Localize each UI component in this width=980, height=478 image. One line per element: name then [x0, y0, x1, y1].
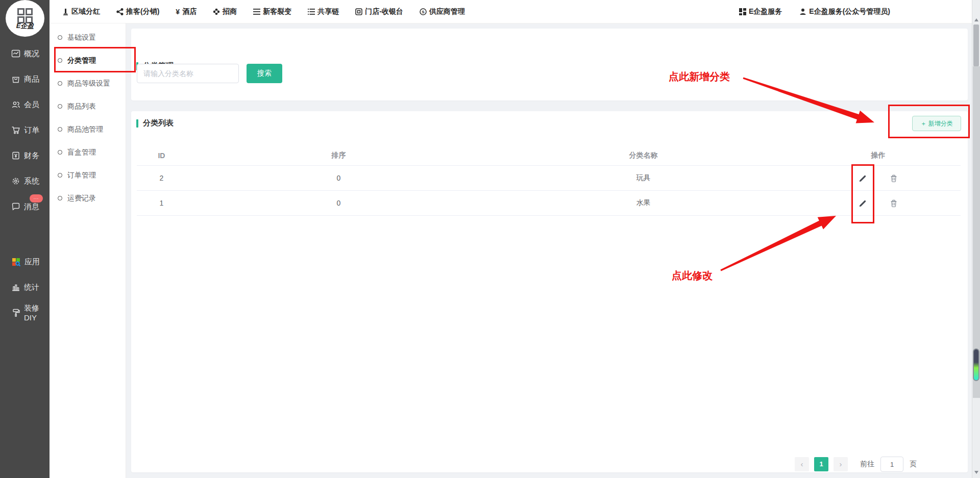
sidebar-item-stats[interactable]: 统计	[0, 274, 50, 300]
current-page-button[interactable]: 1	[814, 457, 828, 471]
topnav-label: 招商	[223, 7, 237, 16]
sidebar-item-label: 商品	[24, 74, 39, 84]
next-page-button[interactable]: ›	[834, 457, 848, 471]
topnav-item-investment[interactable]: 招商	[213, 7, 237, 16]
service-menu[interactable]: E企盈服务	[739, 7, 782, 16]
submenu-item-blind-box[interactable]: 盲盒管理	[50, 141, 126, 164]
submenu-label: 订单管理	[67, 171, 96, 180]
submenu-item-order-management[interactable]: 订单管理	[50, 164, 126, 187]
submenu-item-basic-settings[interactable]: 基础设置	[50, 26, 126, 49]
sidebar-item-label: 订单	[24, 125, 39, 135]
circle-bullet-icon	[58, 81, 62, 86]
top-navbar: 区域分红 推客(分销) ¥ 酒店 招商 新客裂变 共享链 门店-收银台 S 供应…	[50, 0, 972, 23]
cell-sort: 0	[186, 174, 491, 182]
search-button[interactable]: 搜索	[247, 64, 282, 83]
prev-page-button[interactable]: ‹	[795, 457, 809, 471]
submenu-label: 基础设置	[67, 33, 96, 42]
topnav-item-share-chain[interactable]: 共享链	[308, 7, 339, 16]
panel-title: 分类列表	[143, 118, 174, 128]
submenu-item-freight-records[interactable]: 运费记录	[50, 187, 126, 210]
topnav-item-supplier[interactable]: S 供应商管理	[420, 7, 465, 16]
category-name-input[interactable]	[137, 64, 239, 83]
scrollbar-thumb[interactable]	[973, 24, 979, 66]
sidebar-item-label: 统计	[24, 283, 39, 292]
sidebar-item-apps[interactable]: 应用	[0, 249, 50, 274]
column-header-name: 分类名称	[491, 151, 796, 160]
submenu-item-goods-list[interactable]: 商品列表	[50, 95, 126, 118]
edit-button[interactable]	[857, 173, 868, 184]
sidebar-item-label: 会员	[24, 100, 39, 110]
menu-lines-icon	[253, 9, 260, 15]
store-icon	[355, 8, 362, 15]
goods-icon	[11, 74, 20, 84]
trash-icon	[890, 199, 898, 208]
sidebar-item-label: 应用	[24, 257, 40, 267]
delete-button[interactable]	[889, 198, 899, 209]
title-accent-bar	[136, 119, 138, 128]
cell-name: 水果	[491, 198, 796, 208]
sidebar-item-goods[interactable]: 商品	[0, 66, 50, 92]
account-menu[interactable]: E企盈服务(公众号管理员)	[799, 7, 890, 16]
page-unit-label: 页	[910, 460, 917, 469]
submenu-item-category-management[interactable]: 分类管理	[50, 49, 126, 72]
circle-bullet-icon	[58, 35, 62, 40]
vertical-scrollbar[interactable]	[972, 0, 980, 478]
sidebar-item-system[interactable]: 系统	[0, 168, 50, 194]
column-header-sort: 排序	[186, 151, 491, 160]
pencil-icon	[859, 199, 867, 208]
goods-submenu: 基础设置 分类管理 商品等级设置 商品列表 商品池管理 盲盒管理 订单管理 运费…	[50, 23, 126, 478]
scroll-up-icon[interactable]	[974, 18, 978, 21]
system-icon	[11, 177, 20, 186]
cell-sort: 0	[186, 199, 491, 207]
trash-icon	[890, 174, 898, 183]
message-icon	[11, 202, 20, 211]
delete-button[interactable]	[889, 173, 899, 184]
sidebar-item-orders[interactable]: 订单	[0, 117, 50, 143]
sidebar-item-decorate-diy[interactable]: 装修DIY	[0, 300, 50, 325]
list-icon	[308, 9, 315, 15]
circle-bullet-icon	[58, 127, 62, 132]
topnav-label: 共享链	[317, 7, 339, 16]
decorate-icon	[11, 308, 20, 317]
circle-bullet-icon	[58, 196, 62, 200]
pagination: ‹ 1 › 前往 页	[795, 457, 917, 472]
main-sidebar: E企盈 概况 商品 会员 订单 财务 系统 消息 ..	[0, 0, 50, 478]
submenu-label: 分类管理	[67, 56, 96, 65]
topnav-label: 供应商管理	[429, 7, 465, 16]
submenu-label: 商品列表	[67, 102, 96, 111]
add-category-button[interactable]: ＋ 新增分类	[912, 116, 961, 131]
sidebar-item-finance[interactable]: 财务	[0, 143, 50, 168]
table-header-row: ID 排序 分类名称 操作	[137, 145, 961, 166]
sidebar-item-label: 系统	[24, 177, 39, 186]
edit-button[interactable]	[857, 198, 868, 209]
stats-icon	[11, 283, 20, 292]
orders-icon	[11, 125, 20, 135]
service-label: E企盈服务	[749, 7, 782, 16]
column-header-id: ID	[137, 152, 186, 160]
column-header-actions: 操作	[796, 151, 961, 160]
submenu-item-goods-pool[interactable]: 商品池管理	[50, 118, 126, 141]
topnav-item-new-customer[interactable]: 新客裂变	[253, 7, 291, 16]
submenu-label: 商品等级设置	[67, 79, 110, 88]
logo-text: E企盈	[16, 21, 34, 31]
sidebar-item-label: 财务	[24, 151, 39, 161]
goto-label: 前往	[860, 460, 874, 469]
topnav-item-hotel[interactable]: ¥ 酒店	[176, 7, 197, 16]
sidebar-item-label: 消息	[24, 202, 39, 212]
submenu-label: 商品池管理	[67, 125, 103, 134]
sidebar-item-members[interactable]: 会员	[0, 92, 50, 117]
messages-badge: ...	[30, 194, 43, 203]
app-logo[interactable]: E企盈	[6, 0, 44, 37]
pencil-icon	[859, 174, 867, 183]
cell-name: 玩具	[491, 173, 796, 183]
submenu-item-goods-level[interactable]: 商品等级设置	[50, 72, 126, 95]
goto-page-input[interactable]	[880, 457, 903, 472]
topnav-item-regional-dividend[interactable]: 区域分红	[62, 7, 100, 16]
supplier-icon: S	[420, 8, 427, 15]
topnav-item-promoter[interactable]: 推客(分销)	[116, 7, 159, 16]
sidebar-item-overview[interactable]: 概况	[0, 41, 50, 66]
table-row: 2 0 玩具	[137, 166, 961, 191]
scroll-down-icon[interactable]	[974, 471, 978, 474]
clover-icon	[213, 8, 220, 15]
topnav-item-store-cashier[interactable]: 门店-收银台	[355, 7, 403, 16]
